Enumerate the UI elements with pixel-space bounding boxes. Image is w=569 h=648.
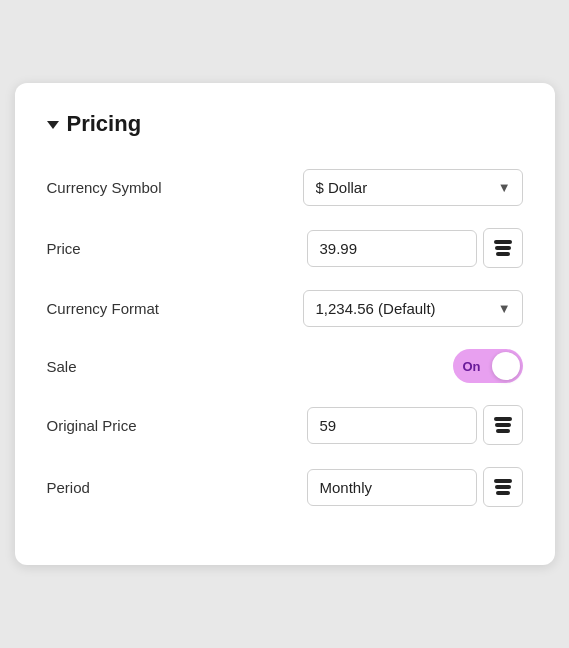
stack-icon	[494, 240, 512, 256]
field-row-original-price: Original Price	[47, 405, 523, 445]
field-row-currency-symbol: Currency Symbol $ Dollar € Euro £ Pound …	[47, 169, 523, 206]
period-stack-button[interactable]	[483, 467, 523, 507]
currency-symbol-select-wrapper: $ Dollar € Euro £ Pound ¥ Yen ▼	[303, 169, 523, 206]
field-row-sale: Sale On	[47, 349, 523, 383]
currency-format-select-wrapper: 1,234.56 (Default) 1.234,56 1 234,56 ▼	[303, 290, 523, 327]
sale-toggle-container: On	[453, 349, 523, 383]
period-label: Period	[47, 479, 187, 496]
sale-toggle-thumb	[492, 352, 520, 380]
sale-toggle-on-label: On	[463, 359, 481, 374]
field-row-currency-format: Currency Format 1,234.56 (Default) 1.234…	[47, 290, 523, 327]
currency-format-control: 1,234.56 (Default) 1.234,56 1 234,56 ▼	[303, 290, 523, 327]
currency-symbol-select[interactable]: $ Dollar € Euro £ Pound ¥ Yen	[303, 169, 523, 206]
field-row-price: Price	[47, 228, 523, 268]
sale-label: Sale	[47, 358, 187, 375]
stack-icon	[494, 479, 512, 495]
section-header: Pricing	[47, 111, 523, 137]
price-label: Price	[47, 240, 187, 257]
currency-format-select[interactable]: 1,234.56 (Default) 1.234,56 1 234,56	[303, 290, 523, 327]
field-row-period: Period	[47, 467, 523, 507]
currency-format-label: Currency Format	[47, 300, 187, 317]
section-title: Pricing	[67, 111, 142, 137]
stack-icon	[494, 417, 512, 433]
original-price-label: Original Price	[47, 417, 187, 434]
sale-control: On	[453, 349, 523, 383]
original-price-input[interactable]	[307, 407, 477, 444]
price-control	[307, 228, 523, 268]
price-stack-button[interactable]	[483, 228, 523, 268]
collapse-icon[interactable]	[47, 121, 59, 129]
sale-toggle[interactable]: On	[453, 349, 523, 383]
period-input[interactable]	[307, 469, 477, 506]
price-input[interactable]	[307, 230, 477, 267]
period-control	[307, 467, 523, 507]
currency-symbol-control: $ Dollar € Euro £ Pound ¥ Yen ▼	[303, 169, 523, 206]
currency-symbol-label: Currency Symbol	[47, 179, 187, 196]
original-price-stack-button[interactable]	[483, 405, 523, 445]
pricing-card: Pricing Currency Symbol $ Dollar € Euro …	[15, 83, 555, 565]
original-price-control	[307, 405, 523, 445]
